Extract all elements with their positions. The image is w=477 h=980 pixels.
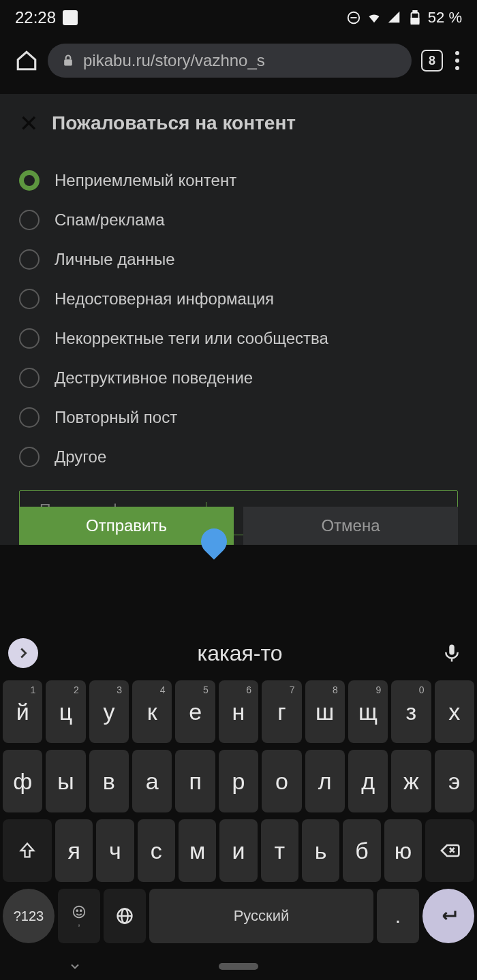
option-misinformation[interactable]: Недостоверная информация xyxy=(19,279,458,319)
home-icon[interactable] xyxy=(15,49,38,72)
url-text: pikabu.ru/story/vazhno_s xyxy=(83,51,265,70)
battery-icon xyxy=(407,10,422,25)
key-т[interactable]: т xyxy=(261,819,298,882)
close-icon[interactable]: ✕ xyxy=(19,112,38,135)
option-other[interactable]: Другое xyxy=(19,437,458,477)
keyboard: какая-то й1ц2у3к4е5н6г7ш8щ9з0х фывапролд… xyxy=(0,629,477,980)
numeric-key[interactable]: ?123 xyxy=(3,889,55,943)
key-с[interactable]: с xyxy=(138,819,175,882)
key-в[interactable]: в xyxy=(89,750,129,812)
dnd-icon xyxy=(346,10,361,25)
option-tags[interactable]: Некорректные теги или сообщества xyxy=(19,319,458,358)
key-з[interactable]: з0 xyxy=(391,680,431,743)
enter-key[interactable] xyxy=(422,889,474,943)
report-options: Неприемлемый контент Спам/реклама Личные… xyxy=(0,153,477,496)
space-key[interactable]: Русский xyxy=(149,889,373,943)
key-э[interactable]: э xyxy=(435,750,474,812)
svg-point-8 xyxy=(76,910,78,911)
key-д[interactable]: д xyxy=(348,750,388,812)
radio-icon xyxy=(19,328,40,349)
radio-icon xyxy=(19,407,40,428)
cancel-button[interactable]: Отмена xyxy=(243,507,458,545)
nav-bar xyxy=(0,950,477,980)
key-ф[interactable]: ф xyxy=(3,750,42,812)
key-у[interactable]: у3 xyxy=(89,680,129,743)
key-щ[interactable]: щ9 xyxy=(348,680,388,743)
key-и[interactable]: и xyxy=(219,819,257,882)
signal-icon xyxy=(387,10,402,25)
svg-point-9 xyxy=(80,910,82,911)
modal-title: Пожаловаться на контент xyxy=(52,112,296,134)
option-behavior[interactable]: Деструктивное поведение xyxy=(19,358,458,398)
svg-rect-3 xyxy=(411,18,418,24)
shift-key[interactable] xyxy=(3,819,52,882)
key-й[interactable]: й1 xyxy=(3,680,42,743)
key-ю[interactable]: ю xyxy=(384,819,422,882)
svg-rect-5 xyxy=(64,59,72,65)
notification-icon xyxy=(63,10,78,25)
radio-icon xyxy=(19,249,40,270)
wifi-icon xyxy=(367,10,382,25)
key-ж[interactable]: ж xyxy=(391,750,431,812)
key-р[interactable]: р xyxy=(219,750,258,812)
key-а[interactable]: а xyxy=(132,750,172,812)
period-key[interactable]: . xyxy=(377,889,419,943)
suggestion-bar: какая-то xyxy=(0,629,477,678)
radio-icon xyxy=(19,210,40,230)
key-ш[interactable]: ш8 xyxy=(305,680,345,743)
key-ч[interactable]: ч xyxy=(96,819,134,882)
nav-home-pill[interactable] xyxy=(219,963,258,970)
mic-icon[interactable] xyxy=(442,643,462,663)
key-ц[interactable]: ц2 xyxy=(46,680,85,743)
key-к[interactable]: к4 xyxy=(132,680,172,743)
expand-button[interactable] xyxy=(8,638,38,668)
lock-icon xyxy=(61,54,75,67)
button-row: Порнография какая-то Отправить Отмена xyxy=(0,496,477,545)
svg-point-7 xyxy=(74,906,85,918)
battery-percent: 52 % xyxy=(428,9,462,27)
key-я[interactable]: я xyxy=(55,819,93,882)
key-х[interactable]: х xyxy=(435,680,474,743)
suggestion-word[interactable]: какая-то xyxy=(46,641,433,666)
key-е[interactable]: е5 xyxy=(175,680,215,743)
tab-count-button[interactable]: 8 xyxy=(421,50,443,72)
nav-collapse-icon[interactable] xyxy=(68,960,82,973)
radio-icon xyxy=(19,368,40,388)
key-н[interactable]: н6 xyxy=(219,680,258,743)
key-ь[interactable]: ь xyxy=(302,819,339,882)
status-time: 22:28 xyxy=(15,8,56,27)
option-spam[interactable]: Спам/реклама xyxy=(19,200,458,240)
option-repost[interactable]: Повторный пост xyxy=(19,398,458,437)
key-л[interactable]: л xyxy=(305,750,345,812)
emoji-key[interactable]: , xyxy=(58,889,100,943)
browser-bar: pikabu.ru/story/vazhno_s 8 xyxy=(0,33,477,93)
menu-button[interactable] xyxy=(452,48,462,73)
report-modal: ✕ Пожаловаться на контент Неприемлемый к… xyxy=(0,94,477,545)
key-б[interactable]: б xyxy=(343,819,380,882)
radio-selected-icon xyxy=(19,170,40,191)
key-ы[interactable]: ы xyxy=(46,750,85,812)
option-personal[interactable]: Личные данные xyxy=(19,240,458,279)
key-о[interactable]: о xyxy=(262,750,301,812)
svg-rect-6 xyxy=(449,645,455,655)
key-п[interactable]: п xyxy=(175,750,215,812)
status-bar: 22:28 52 % xyxy=(0,0,477,33)
backspace-key[interactable] xyxy=(425,819,474,882)
url-bar[interactable]: pikabu.ru/story/vazhno_s xyxy=(48,44,412,78)
key-м[interactable]: м xyxy=(179,819,216,882)
radio-icon xyxy=(19,289,40,309)
option-inappropriate[interactable]: Неприемлемый контент xyxy=(19,161,458,200)
radio-icon xyxy=(19,447,40,467)
svg-rect-4 xyxy=(413,11,417,13)
key-г[interactable]: г7 xyxy=(262,680,301,743)
language-key[interactable] xyxy=(104,889,146,943)
